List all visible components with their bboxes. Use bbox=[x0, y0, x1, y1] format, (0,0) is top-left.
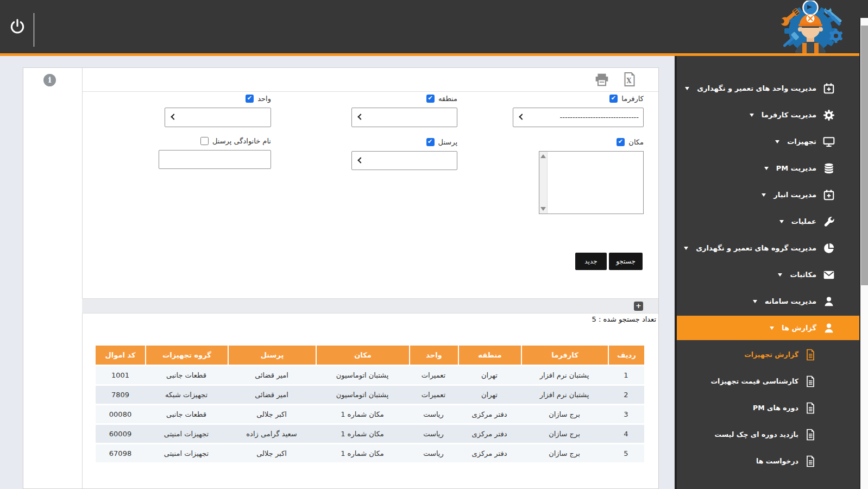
power-icon[interactable] bbox=[9, 18, 26, 35]
search-button[interactable]: جستجو bbox=[609, 253, 643, 270]
sidebar-item-system-management[interactable]: مدیریت سامانه bbox=[677, 288, 859, 315]
col-header-equipment-group: گروه تجهیزات bbox=[145, 346, 228, 366]
info-icon[interactable]: i bbox=[43, 74, 56, 86]
employer-field-label: کارفرما bbox=[609, 95, 644, 103]
cell-region: دفتر مرکزی bbox=[458, 444, 521, 464]
sidebar-item-warehouse-management[interactable]: مدیریت انبار bbox=[677, 181, 859, 208]
sidebar-item-maintenance-groups[interactable]: مدیریت گروه های تعمیر و نگهداری bbox=[677, 235, 859, 261]
col-header-row-number: ردیف bbox=[608, 346, 644, 366]
sidebar-item-correspondence[interactable]: مکاتبات bbox=[677, 261, 859, 288]
new-button[interactable]: جدید bbox=[575, 253, 607, 270]
cell-location: مکان شماره 1 bbox=[316, 444, 409, 464]
employer-select[interactable]: ------------------------------- bbox=[513, 108, 644, 127]
region-checkbox[interactable] bbox=[426, 95, 435, 103]
cell-region: دفتر مرکزی bbox=[458, 425, 521, 444]
print-icon[interactable] bbox=[594, 73, 609, 87]
cell-row-number: 4 bbox=[608, 425, 644, 444]
region-field-label: منطقه bbox=[426, 95, 457, 103]
table-header-row: ردیف کارفرما منطقه واحد مکان پرسنل گروه … bbox=[96, 346, 644, 366]
employer-checkbox[interactable] bbox=[609, 95, 618, 103]
excel-export-icon[interactable]: X bbox=[623, 72, 636, 87]
col-header-employer: کارفرما bbox=[521, 346, 608, 366]
sidebar-item-reports[interactable]: گزارش ها bbox=[677, 316, 859, 340]
cell-location: مکان شماره 1 bbox=[316, 425, 409, 444]
personnel-field-label: پرسنل bbox=[426, 138, 457, 146]
sidebar-nav: مدیریت واحد های تعمیر و نگهداری مدیریت ک… bbox=[675, 56, 859, 489]
cell-equipment-group: قطعات جانبی bbox=[145, 405, 228, 425]
cell-row-number: 2 bbox=[608, 386, 644, 405]
scroll-down-icon[interactable] bbox=[540, 207, 546, 211]
cell-personnel: سعید گرامی زاده bbox=[228, 425, 316, 444]
chevron-down-icon bbox=[779, 220, 784, 223]
chevron-down-icon bbox=[519, 114, 525, 120]
chevron-down-icon bbox=[775, 140, 779, 143]
personnel-label-text: پرسنل bbox=[438, 138, 457, 146]
cell-equipment-group: قطعات جانبی bbox=[145, 366, 228, 386]
sidebar-subitem-requests[interactable]: درخواست ها bbox=[677, 448, 859, 474]
location-checkbox[interactable] bbox=[617, 138, 625, 146]
sidebar-item-label: مدیریت کارفرما bbox=[762, 111, 816, 119]
cell-asset-code: 67098 bbox=[96, 444, 145, 464]
chevron-down-icon bbox=[764, 167, 769, 170]
results-toolbar: X bbox=[82, 68, 658, 92]
cell-unit: تعمیرات bbox=[409, 386, 458, 405]
cell-unit: ریاست bbox=[409, 405, 458, 425]
sidebar-subitem-label: دوره های PM bbox=[753, 404, 798, 412]
location-listbox-scrollbar[interactable] bbox=[539, 152, 548, 214]
sidebar-item-label: مدیریت گروه های تعمیر و نگهداری bbox=[696, 244, 816, 252]
scroll-up-icon[interactable] bbox=[540, 154, 546, 158]
sidebar-item-pm-management[interactable]: مدیریت PM bbox=[677, 155, 859, 181]
sidebar-subitem-pm-periods[interactable]: دوره های PM bbox=[677, 394, 859, 421]
gear-icon bbox=[823, 109, 835, 121]
chevron-down-icon bbox=[684, 247, 688, 250]
unit-field-label: واحد bbox=[246, 95, 271, 103]
personnel-checkbox[interactable] bbox=[426, 138, 435, 146]
document-icon bbox=[805, 455, 816, 467]
user-icon bbox=[823, 296, 835, 308]
sidebar-subitem-equipment-report[interactable]: گزارش تجهیزات bbox=[677, 341, 859, 368]
cell-equipment-group: تجهیزات امنیتی bbox=[145, 444, 228, 464]
sidebar-subitem-equipment-price-appraisal[interactable]: کارشناسی قیمت تجهیزات bbox=[677, 368, 859, 394]
document-icon bbox=[805, 429, 816, 441]
region-label-text: منطقه bbox=[438, 95, 457, 103]
cell-employer: پشتبان نرم افزار bbox=[521, 386, 608, 405]
sidebar-subitem-label: گزارش تجهیزات bbox=[744, 350, 798, 359]
col-header-asset-code: کد اموال bbox=[96, 346, 145, 366]
sidebar-item-maintenance-units[interactable]: مدیریت واحد های تعمیر و نگهداری bbox=[677, 75, 859, 102]
svg-text:X: X bbox=[626, 77, 632, 85]
envelope-icon bbox=[823, 269, 835, 281]
scrollbar-thumb[interactable] bbox=[861, 26, 868, 285]
search-count-label: تعداد جستجو شده : 5 bbox=[592, 315, 657, 323]
unit-checkbox[interactable] bbox=[246, 95, 254, 103]
sidebar-item-employer-management[interactable]: مدیریت کارفرما bbox=[677, 102, 859, 128]
cell-equipment-group: تجهیزات امنیتی bbox=[145, 425, 228, 444]
document-icon bbox=[805, 402, 816, 414]
chevron-down-icon bbox=[753, 300, 757, 303]
cell-location: پشتبان اتوماسیون bbox=[316, 386, 409, 405]
add-icon[interactable]: + bbox=[634, 302, 643, 311]
document-icon bbox=[805, 349, 816, 361]
cell-unit: ریاست bbox=[409, 425, 458, 444]
personnel-lastname-input[interactable] bbox=[159, 150, 271, 169]
sidebar-item-operations[interactable]: عملیات bbox=[677, 208, 859, 235]
sidebar-subitem-periodic-checklist-visit[interactable]: بازدید دوره ای چک لیست bbox=[677, 421, 859, 448]
unit-select[interactable] bbox=[165, 108, 271, 127]
cell-employer: برج سازان bbox=[521, 425, 608, 444]
cell-asset-code: 00080 bbox=[96, 405, 145, 425]
sidebar-item-equipment[interactable]: تجهیزات bbox=[677, 128, 859, 155]
location-listbox[interactable] bbox=[539, 151, 644, 214]
cell-row-number: 5 bbox=[608, 444, 644, 464]
employer-label-text: کارفرما bbox=[621, 95, 644, 103]
sidebar-item-label: تجهیزات bbox=[787, 137, 816, 146]
personnel-lastname-label-text: نام خانوادگی پرسنل bbox=[212, 137, 271, 145]
region-select[interactable] bbox=[351, 108, 457, 127]
table-row: 2پشتبان نرم افزارتهرانتعمیراتپشتبان اتوم… bbox=[96, 386, 644, 405]
personnel-lastname-checkbox[interactable] bbox=[200, 137, 209, 145]
col-header-region: منطقه bbox=[458, 346, 521, 366]
employer-select-value: ------------------------------- bbox=[560, 113, 639, 121]
pie-chart-icon bbox=[823, 242, 835, 254]
header-accent-stripe bbox=[0, 53, 859, 56]
cell-row-number: 1 bbox=[608, 366, 644, 386]
page-scrollbar bbox=[859, 0, 868, 489]
personnel-select[interactable] bbox=[351, 151, 457, 170]
